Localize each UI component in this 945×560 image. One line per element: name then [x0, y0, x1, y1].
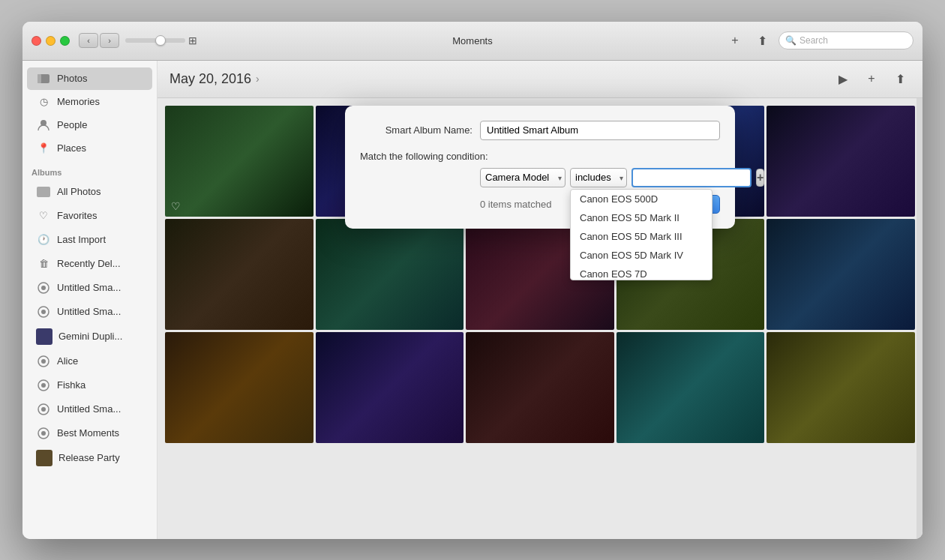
sidebar-label-recently-deleted: Recently Del... [57, 258, 121, 269]
camera-dropdown-list: Canon EOS 500D Canon EOS 5D Mark II Cano… [570, 189, 712, 280]
sidebar-item-alice[interactable]: Alice [27, 350, 152, 373]
traffic-lights [32, 36, 70, 46]
photo-cell-12[interactable] [316, 332, 464, 443]
right-panel: May 20, 2016 › ▶ + ⬆ ♡ [158, 61, 922, 539]
dialog-condition-label-row: Match the following condition: [360, 151, 720, 162]
svg-point-5 [41, 286, 46, 290]
maximize-button[interactable] [60, 36, 70, 46]
sidebar-label-untitled-1: Untitled Sma... [57, 282, 121, 293]
dropdown-item-5d-mark-iv[interactable]: Canon EOS 5D Mark IV [571, 246, 712, 265]
play-button[interactable]: ▶ [832, 68, 854, 89]
sidebar-label-gemini: Gemini Dupli... [58, 331, 122, 342]
sidebar-label-favorites: Favorites [57, 210, 97, 221]
close-button[interactable] [32, 36, 41, 46]
back-icon: ‹ [87, 36, 90, 45]
svg-rect-1 [38, 74, 41, 83]
sidebar-label-alice: Alice [57, 355, 78, 367]
sidebar-item-all-photos[interactable]: All Photos [27, 181, 152, 203]
sidebar-item-last-import[interactable]: 🕐 Last Import [27, 229, 152, 251]
favorite-icon-1: ♡ [171, 200, 181, 212]
photo-cell-1[interactable]: ♡ [165, 106, 314, 217]
scrollbar[interactable] [916, 98, 922, 539]
photo-cell-7[interactable] [316, 219, 464, 330]
sidebar-item-favorites[interactable]: ♡ Favorites [27, 205, 152, 227]
zoom-slider[interactable] [125, 38, 185, 43]
sidebar-item-people[interactable]: People [27, 114, 152, 136]
sidebar-label-best-moments: Best Moments [57, 427, 119, 439]
sidebar-item-recently-deleted[interactable]: 🗑 Recently Del... [27, 253, 152, 275]
svg-point-11 [41, 383, 46, 388]
alice-gear-icon [36, 354, 51, 369]
sidebar-item-untitled-2[interactable]: Untitled Sma... [27, 301, 152, 323]
forward-button[interactable]: › [100, 33, 119, 48]
photo-cell-13[interactable] [466, 332, 614, 443]
window-title: Moments [452, 35, 492, 46]
breadcrumb: May 20, 2016 › [170, 71, 260, 87]
sidebar-label-photos: Photos [57, 73, 87, 84]
slider-control: ⊞ [125, 34, 197, 46]
sidebar-label-fishka: Fishka [57, 379, 86, 391]
last-import-icon: 🕐 [36, 232, 51, 247]
slider-thumb [155, 35, 166, 46]
add-condition-button[interactable]: + [756, 169, 764, 187]
dropdown-item-7d[interactable]: Canon EOS 7D [571, 265, 712, 280]
svg-point-13 [41, 407, 46, 412]
favorites-icon: ♡ [36, 208, 51, 223]
sidebar-label-untitled-3: Untitled Sma... [57, 403, 121, 415]
back-button[interactable]: ‹ [79, 33, 98, 48]
dialog-name-row: Smart Album Name: [360, 121, 720, 140]
dropdown-item-500d[interactable]: Canon EOS 500D [571, 190, 712, 208]
sidebar-item-places[interactable]: 📍 Places [27, 137, 152, 160]
sidebar-item-untitled-1[interactable]: Untitled Sma... [27, 277, 152, 299]
search-placeholder: Search [800, 35, 828, 46]
memories-icon: ◷ [36, 94, 51, 109]
sidebar-item-release-party[interactable]: Release Party [27, 446, 152, 470]
fishka-gear-icon [36, 378, 51, 393]
recently-deleted-icon: 🗑 [36, 256, 51, 271]
condition-label: Match the following condition: [360, 151, 496, 162]
smart-album-name-input[interactable] [480, 121, 720, 140]
smart-album-dialog[interactable]: Smart Album Name: Match the following co… [345, 106, 735, 229]
gear-icon-1 [36, 280, 51, 295]
photo-cell-11[interactable] [165, 332, 314, 443]
main-content: Photos ◷ Memories People 📍 [22, 61, 922, 539]
add-button[interactable]: + [724, 30, 746, 51]
add-photos-button[interactable]: + [861, 68, 882, 89]
nav-buttons: ‹ › [79, 33, 119, 48]
sidebar-item-untitled-3[interactable]: Untitled Sma... [27, 398, 152, 421]
search-value-input[interactable] [632, 168, 752, 187]
camera-model-select[interactable]: Camera Model [480, 168, 566, 187]
dropdown-item-5d-mark-iii[interactable]: Canon EOS 5D Mark III [571, 227, 712, 246]
release-party-icon [36, 450, 52, 466]
sidebar-label-memories: Memories [57, 96, 100, 107]
photo-cell-5[interactable] [766, 106, 915, 217]
svg-point-15 [41, 431, 46, 436]
svg-rect-3 [37, 187, 50, 197]
share-button[interactable]: ⬆ [752, 30, 772, 51]
gear-icon-2 [36, 304, 51, 319]
search-icon: 🔍 [785, 35, 796, 46]
best-moments-gear-icon [36, 426, 51, 441]
sidebar-item-memories[interactable]: ◷ Memories [27, 91, 152, 113]
sidebar: Photos ◷ Memories People 📍 [22, 61, 158, 539]
items-matched: 0 items matched [480, 199, 551, 210]
sidebar-item-gemini[interactable]: Gemini Dupli... [27, 325, 152, 349]
sidebar-item-best-moments[interactable]: Best Moments [27, 422, 152, 445]
includes-wrapper: includes Canon EOS 500D Canon EOS 5D Mar… [570, 168, 627, 187]
sidebar-item-fishka[interactable]: Fishka [27, 374, 152, 397]
sidebar-label-all-photos: All Photos [57, 186, 101, 197]
share-photos-button[interactable]: ⬆ [890, 68, 910, 89]
sidebar-item-photos[interactable]: Photos [27, 67, 152, 90]
all-photos-icon [36, 184, 51, 199]
photo-cell-15[interactable] [766, 332, 915, 443]
photo-cell-10[interactable] [766, 219, 915, 330]
minimize-button[interactable] [46, 36, 56, 46]
search-box[interactable]: 🔍 Search [778, 31, 914, 49]
photos-icon [36, 71, 51, 86]
dropdown-item-5d-mark-ii[interactable]: Canon EOS 5D Mark II [571, 208, 712, 227]
photo-cell-14[interactable] [616, 332, 765, 443]
sidebar-label-last-import: Last Import [57, 234, 106, 245]
dialog-condition-row: Camera Model includes Canon EOS 500D [480, 168, 720, 187]
photo-cell-6[interactable] [165, 219, 314, 330]
includes-select[interactable]: includes [570, 168, 627, 187]
